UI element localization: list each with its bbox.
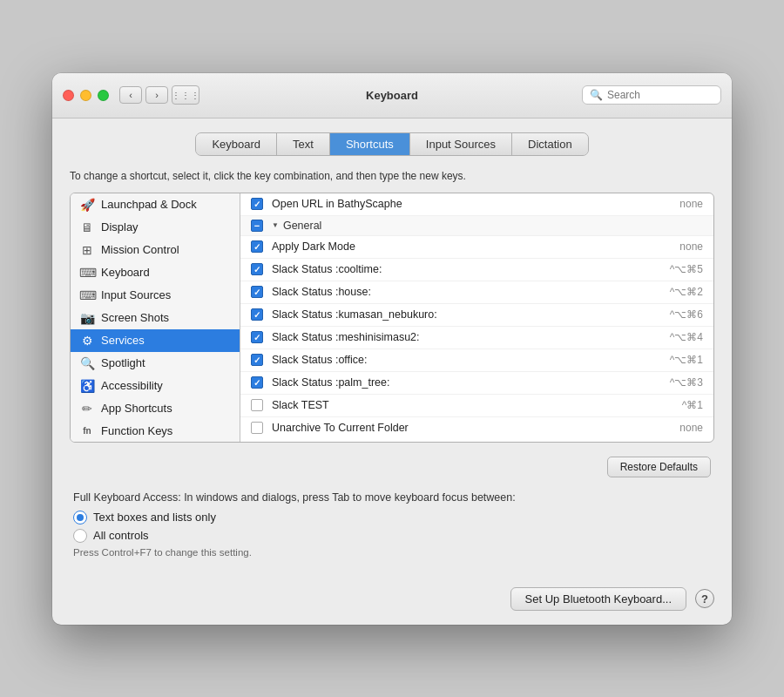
sidebar-label-fnkeys: Function Keys <box>101 424 172 437</box>
bluetooth-button[interactable]: Set Up Bluetooth Keyboard... <box>510 587 686 611</box>
sidebar-item-accessibility[interactable]: ♿ Accessibility <box>71 375 240 397</box>
checkbox-meshini[interactable] <box>251 331 263 343</box>
sidebar-item-keyboard[interactable]: ⌨ Keyboard <box>71 261 240 284</box>
sidebar-item-spotlight[interactable]: 🔍 Spotlight <box>71 352 240 375</box>
shortcuts-panel: Open URL in BathyScaphe none ▼ General A… <box>240 193 713 437</box>
checkbox-openurl[interactable] <box>251 198 263 210</box>
sidebar-item-launchpad[interactable]: 🚀 Launchpad & Dock <box>71 193 240 216</box>
tab-input-sources[interactable]: Input Sources <box>410 133 512 155</box>
keyboard-preferences-window: ‹ › ⋮⋮⋮ Keyboard 🔍 Keyboard Text Shortcu… <box>52 73 732 625</box>
restore-defaults-button[interactable]: Restore Defaults <box>607 457 711 477</box>
sidebar-item-mission[interactable]: ⊞ Mission Control <box>71 239 240 261</box>
sidebar-item-input[interactable]: ⌨ Input Sources <box>71 284 240 307</box>
sidebar: 🚀 Launchpad & Dock 🖥 Display ⊞ Mission C… <box>71 193 240 442</box>
radio-label-allcontrols: All controls <box>93 529 149 542</box>
checkbox-house[interactable] <box>251 286 263 298</box>
sidebar-label-display: Display <box>101 220 139 233</box>
shortcut-row-darkmode[interactable]: Apply Dark Mode none <box>240 236 713 259</box>
fnkeys-icon: fn <box>79 426 95 436</box>
sidebar-item-screenshots[interactable]: 📷 Screen Shots <box>71 307 240 329</box>
mission-icon: ⊞ <box>79 243 95 257</box>
spotlight-icon: 🔍 <box>79 356 95 370</box>
shortcut-name-unarchive: Unarchive To Current Folder <box>272 422 633 434</box>
collapse-icon: ▼ <box>272 221 279 229</box>
radio-label-textboxes: Text boxes and lists only <box>93 511 216 524</box>
shortcut-row-house[interactable]: Slack Status :house: ^⌥⌘2 <box>240 281 713 304</box>
grid-button[interactable]: ⋮⋮⋮ <box>172 85 199 105</box>
checkbox-unarchive[interactable] <box>251 422 263 434</box>
tab-text[interactable]: Text <box>277 133 330 155</box>
tab-keyboard[interactable]: Keyboard <box>196 133 277 155</box>
sidebar-label-keyboard: Keyboard <box>101 266 150 279</box>
sidebar-label-accessibility: Accessibility <box>101 379 163 392</box>
appshortcuts-icon: ✏ <box>79 402 95 416</box>
shortcut-name-palmtree: Slack Status :palm_tree: <box>272 376 633 389</box>
radio-allcontrols[interactable] <box>73 529 87 543</box>
checkbox-general-group[interactable] <box>251 220 263 232</box>
checkbox-palmtree[interactable] <box>251 376 263 389</box>
search-box: 🔍 <box>582 85 721 105</box>
screenshots-icon: 📷 <box>79 311 95 325</box>
sidebar-item-fnkeys[interactable]: fn Function Keys <box>71 420 240 442</box>
shortcut-row-openurl[interactable]: Open URL in BathyScaphe none <box>240 193 713 216</box>
shortcut-name-darkmode: Apply Dark Mode <box>272 240 633 253</box>
shortcut-key-kumasan: ^⌥⌘6 <box>633 308 703 321</box>
sidebar-label-screenshots: Screen Shots <box>101 311 169 324</box>
shortcut-row-palmtree[interactable]: Slack Status :palm_tree: ^⌥⌘3 <box>240 372 713 395</box>
sidebar-label-input: Input Sources <box>101 288 171 301</box>
shortcut-key-house: ^⌥⌘2 <box>633 286 703 298</box>
sidebar-label-launchpad: Launchpad & Dock <box>101 198 197 211</box>
sidebar-item-display[interactable]: 🖥 Display <box>71 216 240 239</box>
sidebar-item-services[interactable]: ⚙ Services <box>71 329 240 352</box>
shortcut-name-house: Slack Status :house: <box>272 286 633 298</box>
content-area: Keyboard Text Shortcuts Input Sources Di… <box>52 118 732 575</box>
checkbox-cooltime[interactable] <box>251 263 263 275</box>
nav-buttons: ‹ › <box>119 86 168 104</box>
search-input[interactable] <box>607 89 713 101</box>
sidebar-label-appshortcuts: App Shortcuts <box>101 402 172 415</box>
shortcut-name-kumasan: Slack Status :kumasan_nebukuro: <box>272 308 633 321</box>
shortcut-name-meshini: Slack Status :meshinisimasu2: <box>272 331 633 343</box>
radio-row-textboxes: Text boxes and lists only <box>73 511 711 524</box>
shortcut-key-meshini: ^⌥⌘4 <box>633 331 703 343</box>
shortcut-row-office[interactable]: Slack Status :office: ^⌥⌘1 <box>240 349 713 372</box>
sidebar-label-spotlight: Spotlight <box>101 356 145 369</box>
maximize-button[interactable] <box>98 90 109 101</box>
minimize-button[interactable] <box>80 90 91 101</box>
shortcut-name-cooltime: Slack Status :cooltime: <box>272 263 633 275</box>
restore-row: Restore Defaults <box>70 451 714 479</box>
forward-button[interactable]: › <box>145 86 168 104</box>
window-title: Keyboard <box>366 89 418 102</box>
shortcut-row-kumasan[interactable]: Slack Status :kumasan_nebukuro: ^⌥⌘6 <box>240 304 713 327</box>
help-button[interactable]: ? <box>695 589 714 608</box>
shortcut-key-darkmode: none <box>633 240 703 253</box>
tab-bar: Keyboard Text Shortcuts Input Sources Di… <box>195 132 588 156</box>
shortcut-row-cooltime[interactable]: Slack Status :cooltime: ^⌥⌘5 <box>240 259 713 281</box>
radio-row-allcontrols: All controls <box>73 529 711 543</box>
checkbox-darkmode[interactable] <box>251 240 263 253</box>
sidebar-label-services: Services <box>101 334 145 347</box>
shortcut-name-openurl: Open URL in BathyScaphe <box>272 198 633 210</box>
input-icon: ⌨ <box>79 288 95 302</box>
shortcut-key-openurl: none <box>633 198 703 210</box>
close-button[interactable] <box>63 90 74 101</box>
shortcut-key-slacktest: ^⌘1 <box>633 399 703 411</box>
shortcut-row-unarchive[interactable]: Unarchive To Current Folder none <box>240 417 713 437</box>
shortcut-row-meshini[interactable]: Slack Status :meshinisimasu2: ^⌥⌘4 <box>240 327 713 349</box>
radio-textboxes[interactable] <box>73 511 87 524</box>
main-panel: 🚀 Launchpad & Dock 🖥 Display ⊞ Mission C… <box>70 193 714 443</box>
traffic-lights <box>63 90 109 101</box>
shortcut-key-office: ^⌥⌘1 <box>633 354 703 366</box>
footer: Set Up Bluetooth Keyboard... ? <box>52 575 732 625</box>
shortcut-row-slacktest[interactable]: Slack TEST ^⌘1 <box>240 395 713 417</box>
checkbox-office[interactable] <box>251 354 263 366</box>
checkbox-slacktest[interactable] <box>251 399 263 411</box>
shortcut-key-cooltime: ^⌥⌘5 <box>633 263 703 275</box>
tab-shortcuts[interactable]: Shortcuts <box>330 133 410 155</box>
group-general[interactable]: ▼ General <box>240 216 713 236</box>
back-button[interactable]: ‹ <box>119 86 142 104</box>
checkbox-kumasan[interactable] <box>251 308 263 321</box>
sidebar-item-appshortcuts[interactable]: ✏ App Shortcuts <box>71 397 240 420</box>
tab-dictation[interactable]: Dictation <box>512 133 588 155</box>
keyboard-icon: ⌨ <box>79 266 95 280</box>
